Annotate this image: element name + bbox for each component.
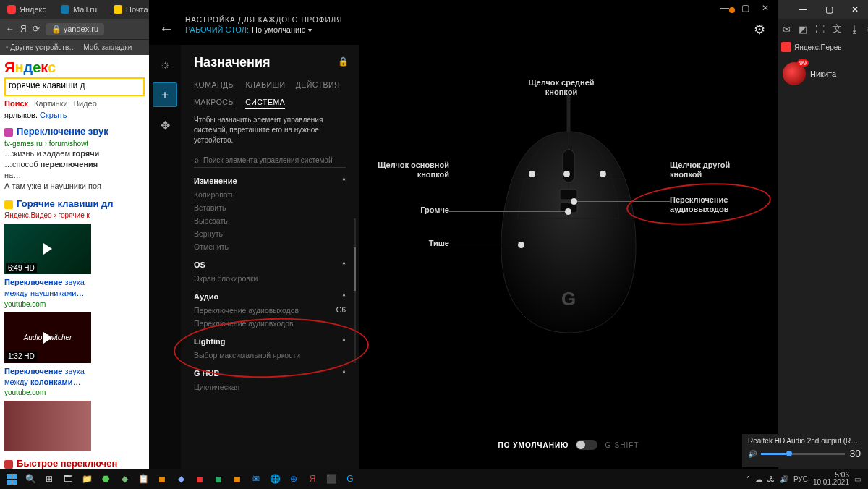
- search-tab-images[interactable]: Картинки: [34, 99, 68, 108]
- task-search-icon[interactable]: 🔍: [22, 471, 39, 487]
- tray-net-icon[interactable]: 🖧: [767, 475, 775, 483]
- mail-icon[interactable]: ✉: [783, 24, 791, 35]
- tb-app-14[interactable]: Я: [304, 471, 321, 487]
- outer-close-button[interactable]: ✕: [842, 4, 868, 14]
- lock-icon[interactable]: 🔒: [338, 56, 349, 67]
- ghub-close-button[interactable]: ✕: [755, 3, 775, 13]
- item-copy[interactable]: Копировать: [194, 188, 346, 201]
- item-redo[interactable]: Вернуть: [194, 227, 346, 240]
- tb-app-11[interactable]: ✉: [247, 471, 265, 487]
- tb-app-12[interactable]: 🌐: [266, 471, 284, 487]
- download-icon[interactable]: ⭳: [850, 24, 859, 35]
- volume-slider[interactable]: [761, 453, 845, 455]
- tool-brightness[interactable]: ☼: [153, 52, 177, 77]
- panel-search-input[interactable]: [203, 156, 346, 164]
- tb-app-13[interactable]: ⊕: [285, 471, 302, 487]
- tb-app-6[interactable]: ◼: [153, 471, 171, 487]
- tb-app-10[interactable]: ◼: [229, 471, 246, 487]
- category-audio[interactable]: Аудио˄: [194, 289, 346, 304]
- tb-app-7[interactable]: ◆: [172, 471, 190, 487]
- browser-right-strip: ✉ ◩ ⛶ 文 ⭳ ≡ Яндекс.Перев 99 Никита: [778, 19, 868, 489]
- tb-app-9[interactable]: ◼: [210, 471, 227, 487]
- tab-yandex[interactable]: Яндекс: [0, 0, 54, 19]
- tool-sensitivity[interactable]: ✥: [153, 113, 177, 137]
- speaker-icon[interactable]: 🔊: [748, 450, 757, 458]
- outer-max-button[interactable]: ▢: [816, 4, 842, 14]
- item-audio-output-switch[interactable]: Переключение аудиовыходовG6: [194, 304, 346, 317]
- search-tab-video[interactable]: Видео: [74, 99, 97, 108]
- category-lighting[interactable]: Lighting˄: [194, 334, 346, 349]
- panel-help-text: Чтобы назначить элемент управления систе…: [194, 115, 346, 145]
- reload-icon[interactable]: ⟳: [33, 24, 40, 34]
- ext-icon-2[interactable]: ⛶: [815, 24, 825, 35]
- tray-lang[interactable]: РУС: [793, 475, 808, 483]
- bookmark-yandex-translate[interactable]: Яндекс.Перев: [778, 39, 868, 55]
- video-thumb-1[interactable]: 6:49 HD: [4, 224, 91, 274]
- back-arrow-icon[interactable]: ←: [159, 20, 174, 37]
- tb-app-8[interactable]: ◼: [191, 471, 208, 487]
- tab-pochta[interactable]: Почта: [106, 0, 156, 19]
- ext-icon-1[interactable]: ◩: [799, 24, 807, 35]
- yandex-logo-icon[interactable]: Я: [20, 24, 27, 34]
- item-paste[interactable]: Вставить: [194, 201, 346, 214]
- tab-macros[interactable]: МАКРОСЫ: [194, 98, 235, 109]
- hide-link[interactable]: Скрыть: [40, 111, 67, 119]
- tb-app-16[interactable]: G: [341, 471, 359, 487]
- tab-keys[interactable]: КЛАВИШИ: [245, 80, 285, 89]
- chevron-up-icon: ˄: [342, 293, 346, 301]
- settings-gear-icon[interactable]: ⚙: [754, 22, 765, 38]
- item-cycle[interactable]: Циклическая: [194, 380, 346, 394]
- tb-app-3[interactable]: ⬣: [97, 471, 114, 487]
- category-os[interactable]: OS˄: [194, 258, 346, 272]
- ghub-max-button[interactable]: ▢: [735, 3, 755, 13]
- search-input[interactable]: горячие клавиши д: [4, 77, 145, 96]
- video-thumb-3[interactable]: [4, 401, 91, 451]
- result-1-title[interactable]: Переключение звук: [17, 126, 109, 137]
- nav-back-icon[interactable]: ←: [6, 24, 14, 34]
- video-thumb-2[interactable]: Audio Switcher 1:32 HD: [4, 312, 91, 363]
- item-cut[interactable]: Вырезать: [194, 214, 346, 227]
- gshift-toggle[interactable]: ПО УМОЛЧАНИЮ G-SHIFT: [359, 440, 778, 450]
- url-text[interactable]: yandex.ru: [64, 25, 98, 33]
- video-2-title[interactable]: Переключение звукамежду колонками…: [4, 367, 85, 386]
- tray-volume-icon[interactable]: 🔊: [780, 475, 788, 483]
- category-ghub[interactable]: G HUB˄: [194, 366, 346, 380]
- user-avatar[interactable]: 99: [783, 62, 806, 85]
- result-2-title[interactable]: Горячие клавиши дл: [17, 198, 114, 209]
- tab-actions[interactable]: ДЕЙСТВИЯ: [296, 80, 340, 89]
- tb-app-5[interactable]: 📋: [135, 471, 152, 487]
- tb-app-15[interactable]: ⬛: [323, 471, 340, 487]
- item-undo[interactable]: Отменить: [194, 240, 346, 253]
- bookmark-other-devices[interactable]: ▫ Другие устройств…: [6, 43, 76, 51]
- item-audio-input-switch[interactable]: Переключение аудиовходов: [194, 317, 346, 330]
- tray-notifications-icon[interactable]: ▭: [854, 475, 861, 483]
- chevron-up-icon: ˄: [342, 177, 346, 185]
- tb-app-2[interactable]: 📁: [78, 471, 95, 487]
- chevron-up-icon: ˄: [342, 370, 346, 378]
- translate-icon[interactable]: 文: [833, 22, 842, 35]
- tray-clock[interactable]: 5:0610.01.2021: [813, 472, 849, 486]
- tb-app-4[interactable]: ◆: [116, 471, 133, 487]
- outer-min-button[interactable]: —: [790, 4, 816, 14]
- tray-expand-icon[interactable]: ˄: [746, 475, 750, 483]
- result-3-title[interactable]: Быстрое переключен: [17, 458, 117, 469]
- bookmark-mobile[interactable]: Моб. закладки: [83, 43, 132, 51]
- yandex-logo[interactable]: Яндекс: [4, 59, 56, 75]
- tool-assignments[interactable]: ＋: [153, 82, 177, 107]
- tab-commands[interactable]: КОМАНДЫ: [194, 80, 235, 89]
- video-1-title[interactable]: Переключение звукамежду наушниками…: [4, 278, 85, 297]
- start-button[interactable]: [3, 471, 20, 487]
- item-max-brightness[interactable]: Выбор максимальной яркости: [194, 349, 346, 362]
- toggle-switch[interactable]: [576, 440, 597, 450]
- panel-scrollbar[interactable]: [354, 218, 356, 363]
- tab-system[interactable]: СИСТЕМА: [245, 98, 285, 109]
- item-lockscreen[interactable]: Экран блокировки: [194, 272, 346, 285]
- tab-mailru[interactable]: Mail.ru:: [54, 0, 106, 19]
- panel-search[interactable]: ⌕: [194, 153, 346, 168]
- task-view-icon[interactable]: ⊞: [41, 471, 58, 487]
- profile-selector[interactable]: РАБОЧИЙ СТОЛ:По умолчанию▾: [185, 25, 778, 34]
- category-edit[interactable]: Изменение˄: [194, 174, 346, 188]
- tray-cloud-icon[interactable]: ☁: [755, 475, 762, 483]
- tb-app-1[interactable]: 🗔: [59, 471, 77, 487]
- search-tab-poisk[interactable]: Поиск: [4, 99, 28, 108]
